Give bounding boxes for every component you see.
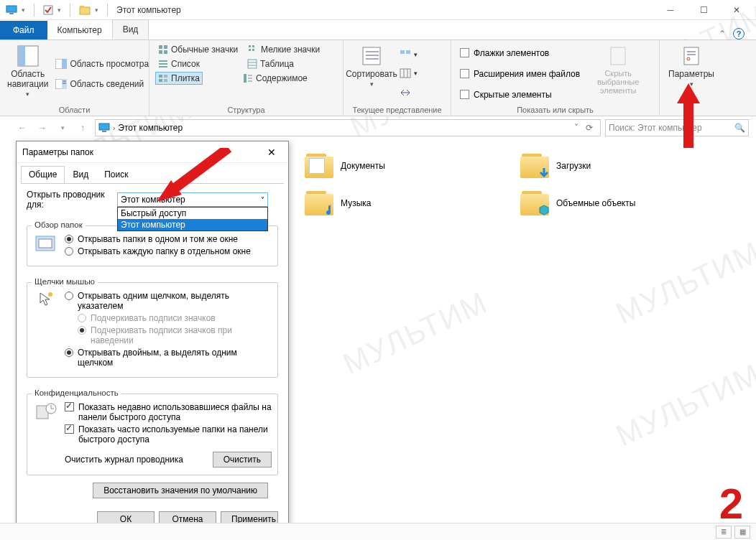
svg-rect-19: [249, 49, 251, 51]
tiles-view-button[interactable]: ▦: [734, 526, 750, 539]
minimize-button[interactable]: ─: [654, 0, 687, 20]
radio-new-window-label: Открывать каждую папку в отдельном окне: [78, 246, 251, 256]
details-view-button[interactable]: ≣: [716, 526, 732, 539]
svg-rect-1: [9, 13, 14, 14]
nav-pane-button[interactable]: Область навигации ▾: [6, 43, 50, 104]
checkbox-frequent-folders[interactable]: Показать часто используемые папки на пан…: [65, 424, 272, 444]
svg-rect-18: [252, 45, 254, 47]
layout-tiles[interactable]: Плитка: [155, 72, 203, 85]
window-title: Этот компьютер: [116, 5, 181, 15]
radio-new-window[interactable]: Открывать каждую папку в отдельном окне: [65, 246, 272, 256]
privacy-title: Конфиденциальность: [32, 388, 121, 397]
folder-options-dialog: Параметры папок ✕ Общие Вид Поиск Открыт…: [16, 141, 289, 535]
details-pane-button[interactable]: Область сведений: [52, 78, 152, 90]
group-by-button[interactable]: ▾: [397, 48, 420, 61]
clear-history-button[interactable]: Очистить: [213, 452, 272, 467]
annotation-number: 2: [719, 479, 743, 529]
svg-rect-27: [159, 75, 162, 78]
layout-content[interactable]: Содержимое: [240, 72, 310, 85]
layout-table-label: Таблица: [260, 59, 294, 69]
panes-group-label: Области: [6, 104, 143, 114]
title-bar: ▾ ▾ ▾ Этот компьютер ─ ☐ ✕: [0, 0, 756, 20]
refresh-icon[interactable]: ⟳: [581, 123, 597, 133]
forward-button[interactable]: →: [34, 120, 50, 136]
watermark: МУЛЬТИМ: [611, 235, 756, 332]
sort-label: Сортировать: [346, 69, 397, 79]
folder-documents[interactable]: Документы: [302, 151, 489, 181]
hidden-items-toggle[interactable]: Скрытые элементы: [457, 88, 583, 101]
combo-option-quick-access[interactable]: Быстрый доступ: [118, 208, 267, 219]
qat-dropdown-icon[interactable]: ▾: [22, 6, 25, 14]
folder-downloads[interactable]: Загрузки: [517, 151, 704, 181]
layout-small-icons[interactable]: Мелкие значки: [245, 43, 323, 56]
ribbon-collapse-icon[interactable]: ⌃: [719, 29, 726, 39]
address-dropdown-icon[interactable]: ˅: [574, 123, 578, 133]
combo-selected: Этот компьютер: [121, 195, 185, 205]
file-ext-toggle[interactable]: Расширения имен файлов: [457, 68, 583, 80]
svg-rect-8: [62, 59, 67, 69]
qat-dropdown-icon[interactable]: ▾: [57, 6, 61, 14]
checkbox-recent-files[interactable]: Показать недавно использовавшиеся файлы …: [65, 402, 272, 422]
open-explorer-combo[interactable]: Этот компьютер˅ Быстрый доступ Этот комп…: [117, 192, 268, 207]
layout-tiles-label: Плитка: [171, 73, 200, 83]
radio-underline-hover-label: Подчеркивать подписи значков при наведен…: [91, 325, 272, 345]
layout-list[interactable]: Список: [155, 57, 203, 70]
sort-button[interactable]: Сортировать ▾: [349, 43, 394, 104]
size-columns-button[interactable]: [397, 86, 420, 99]
checkbox-icon[interactable]: [43, 5, 53, 15]
computer-icon: [98, 123, 110, 133]
tab-computer[interactable]: Компьютер: [47, 21, 112, 39]
radio-single-click-label: Открывать одним щелчком, выделять указат…: [78, 291, 272, 311]
computer-icon: [6, 5, 17, 15]
folder-view: Документы Загрузки Музыка Объемные объек…: [302, 151, 742, 218]
address-path: Этот компьютер: [118, 123, 183, 133]
options-button[interactable]: Параметры ▾: [665, 43, 717, 104]
tab-file[interactable]: Файл: [0, 21, 47, 39]
dialog-tab-general[interactable]: Общие: [21, 166, 65, 183]
restore-defaults-button[interactable]: Восстановить значения по умолчанию: [93, 483, 268, 498]
svg-rect-24: [248, 60, 257, 68]
radio-single-click[interactable]: Открывать одним щелчком, выделять указат…: [65, 291, 272, 311]
qat-dropdown-icon[interactable]: ▾: [95, 6, 98, 14]
file-ext-label: Расширения имен файлов: [474, 69, 580, 79]
hide-selected-label: Скрыть выбранные элементы: [587, 69, 649, 95]
ribbon: Область навигации ▾ Область просмотра Об…: [0, 40, 756, 116]
maximize-button[interactable]: ☐: [687, 0, 720, 20]
preview-pane-button[interactable]: Область просмотра: [52, 57, 152, 70]
svg-rect-0: [6, 6, 17, 12]
svg-rect-13: [159, 45, 162, 49]
dialog-close-button[interactable]: ✕: [261, 146, 282, 158]
address-bar[interactable]: › Этот компьютер ˅ ⟳: [95, 119, 601, 136]
browse-folders-title: Обзор папок: [32, 220, 86, 229]
add-columns-button[interactable]: ▾: [397, 67, 420, 80]
layout-regular-icons[interactable]: Обычные значки: [155, 43, 241, 56]
layout-table[interactable]: Таблица: [244, 57, 297, 70]
svg-rect-30: [159, 79, 162, 82]
recent-dropdown[interactable]: ▾: [55, 120, 70, 136]
radio-same-window[interactable]: Открывать папки в одном и том же окне: [65, 234, 272, 244]
search-input[interactable]: Поиск: Этот компьютер 🔍: [605, 119, 749, 136]
svg-rect-43: [400, 69, 410, 78]
radio-same-window-label: Открывать папки в одном и том же окне: [78, 234, 238, 244]
status-bar: ≣ ▦: [0, 523, 756, 540]
help-icon[interactable]: ?: [733, 28, 745, 39]
combo-option-this-pc[interactable]: Этот компьютер: [118, 219, 267, 231]
dialog-tab-view[interactable]: Вид: [65, 166, 96, 183]
radio-double-click[interactable]: Открывать двойным, а выделять одним щелч…: [65, 348, 272, 368]
up-button[interactable]: ↑: [75, 120, 91, 136]
tab-view[interactable]: Вид: [112, 19, 149, 39]
dialog-tab-search[interactable]: Поиск: [96, 166, 136, 183]
item-checkboxes-toggle[interactable]: Флажки элементов: [457, 47, 583, 60]
folder-music[interactable]: Музыка: [302, 188, 489, 218]
radio-underline-hover: Подчеркивать подписи значков при наведен…: [65, 325, 272, 345]
folder-label: Загрузки: [556, 161, 591, 171]
svg-rect-3: [80, 7, 90, 14]
svg-rect-55: [39, 239, 52, 248]
back-button[interactable]: ←: [14, 120, 30, 136]
folder-3d-objects[interactable]: Объемные объекты: [517, 188, 704, 218]
radio-underline-always: Подчеркивать подписи значков: [65, 313, 272, 323]
checkbox-frequent-folders-label: Показать часто используемые папки на пан…: [78, 424, 272, 444]
svg-rect-48: [684, 47, 699, 65]
close-button[interactable]: ✕: [720, 0, 753, 20]
svg-rect-6: [18, 46, 25, 66]
